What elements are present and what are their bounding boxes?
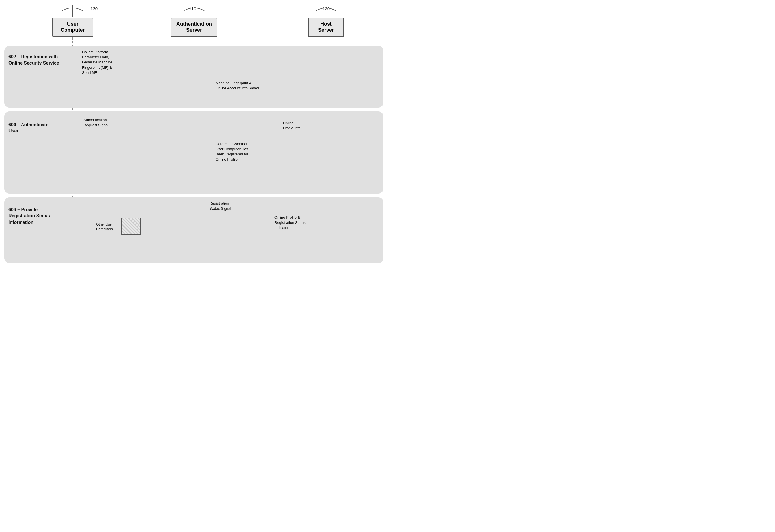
entity-user-computer: User Computer: [52, 18, 93, 37]
section-602-label: 602 – Registration withOnline Security S…: [8, 54, 65, 66]
msg-machine-fingerprint: Machine Fingerprint &Online Account Info…: [216, 81, 259, 91]
msg-determine-whether: Determine WhetherUser Computer HasBeen R…: [216, 141, 248, 162]
other-computers-bar: [121, 218, 141, 235]
ref-130: 130: [91, 6, 98, 11]
msg-registration-status: RegistrationStatus Signal: [209, 201, 231, 211]
section-606-panel: [4, 197, 383, 263]
msg-auth-request: AuthenticationRequest Signal: [83, 117, 108, 128]
entity-auth-server: Authentication Server: [171, 18, 217, 37]
diagram-container: 130 110 120 User Computer Authentication…: [0, 0, 388, 266]
ref-120: 120: [322, 6, 329, 11]
section-604-label: 604 – AuthenticateUser: [8, 122, 59, 134]
msg-collect-platform: Collect PlatformParameter Data,Generate …: [82, 49, 112, 75]
entity-host-server: Host Server: [308, 18, 344, 37]
other-computers-label: Other UserComputers: [96, 222, 113, 232]
section-604-panel: [4, 111, 383, 193]
msg-online-profile-info: OnlineProfile Info: [283, 120, 300, 131]
section-606-label: 606 – ProvideRegistration StatusInformat…: [8, 206, 59, 225]
msg-online-profile-reg-status: Online Profile &Registration StatusIndic…: [274, 215, 305, 230]
ref-110: 110: [189, 6, 196, 11]
